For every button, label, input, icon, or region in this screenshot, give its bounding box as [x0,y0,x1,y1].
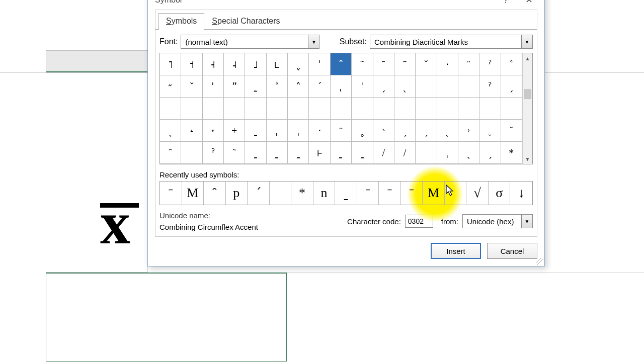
symbol-cell[interactable]: ˔ [181,120,202,142]
symbol-cell[interactable]: / [394,142,416,164]
symbol-cell[interactable]: ˆ [160,142,181,164]
symbol-cell[interactable]: ˒ [458,120,479,142]
symbol-cell[interactable]: ¨ [458,53,479,75]
symbol-cell[interactable]: ˌ [267,120,288,142]
scroll-thumb[interactable] [524,89,531,99]
symbol-cell[interactable] [245,98,266,120]
symbol-cell[interactable]: ˈ [309,53,330,75]
recent-symbol-cell[interactable]: M [423,182,445,205]
symbol-cell[interactable]: ˫ [309,142,330,164]
chevron-down-icon[interactable]: ▼ [521,35,532,48]
symbol-cell[interactable]: ˇ [416,53,437,75]
symbol-cell[interactable] [203,98,224,120]
symbol-cell[interactable] [437,75,458,98]
symbol-cell[interactable]: + [224,120,245,142]
char-code-input[interactable] [405,215,433,228]
symbol-cell[interactable] [416,142,437,164]
symbol-cell[interactable]: ˄ [288,75,309,98]
symbol-cell[interactable] [352,98,373,120]
symbol-cell[interactable]: ˍ [331,142,352,164]
symbol-cell[interactable]: ˌ [437,142,458,164]
symbol-cell[interactable]: ˀ [479,53,501,75]
symbol-cell[interactable]: ˮ [224,75,245,98]
symbol-cell[interactable]: ˈ [352,75,373,98]
recent-symbol-cell[interactable]: ˍ [335,182,357,205]
recent-symbol-cell[interactable]: n [313,182,336,205]
tab-symbols[interactable]: Symbols [158,13,204,30]
symbol-cell[interactable] [331,98,352,120]
chevron-down-icon[interactable]: ▼ [521,215,532,228]
symbol-cell[interactable]: ˏ [501,75,522,98]
symbol-cell[interactable]: ˪ [267,53,288,75]
symbol-cell[interactable] [437,98,458,120]
symbol-cell[interactable] [267,98,288,120]
recent-symbol-cell[interactable]: ↓ [510,182,532,205]
symbol-cell[interactable]: ˊ [309,75,330,98]
symbol-cell[interactable]: ˜ [352,53,373,75]
subset-combobox[interactable]: Combining Diacritical Marks ▼ [370,35,533,49]
symbol-cell[interactable]: * [501,142,522,164]
symbol-cell[interactable]: ˎ [437,120,458,142]
recent-symbol-cell[interactable]: ˉ [357,182,379,205]
recent-symbol-cell[interactable]: * [291,182,313,205]
symbol-cell[interactable]: ˉ [373,53,394,75]
symbol-cell[interactable]: / [373,142,394,164]
symbol-cell[interactable]: ˏ [394,120,416,142]
symbol-cell[interactable] [181,142,202,164]
symbol-cell[interactable]: ˥ [160,53,181,75]
recent-symbol-cell[interactable]: p [226,182,248,205]
symbol-cell[interactable]: ˍ [288,142,309,164]
symbol-cell[interactable]: ˌ [331,75,352,98]
symbol-cell[interactable]: · [437,53,458,75]
symbol-cell[interactable]: ˍ [352,142,373,164]
symbol-cell[interactable]: ˳ [352,120,373,142]
symbol-cell[interactable] [458,75,479,98]
symbol-cell[interactable]: ˩ [245,53,266,75]
recent-symbol-cell[interactable]: √ [466,182,489,205]
symbol-cell[interactable] [416,98,437,120]
symbol-cell[interactable]: ˷ [245,75,266,98]
recent-symbol-cell[interactable]: ˉ [401,182,423,205]
recent-symbol-cell[interactable] [270,182,292,205]
scroll-down-icon[interactable]: ▼ [523,154,532,164]
symbol-cell[interactable]: ˆ [331,53,352,75]
titlebar[interactable]: Symbol ? ✕ [148,0,544,10]
symbol-cell[interactable]: ˍ [267,142,288,164]
cancel-button[interactable]: Cancel [487,243,537,259]
font-combobox[interactable]: (normal text) ▼ [181,35,319,49]
recent-symbol-cell[interactable]: σ [489,182,511,205]
symbol-cell[interactable]: ˌ [288,120,309,142]
symbol-cell[interactable]: ˇ [501,120,522,142]
symbol-cell[interactable]: ˎ [458,142,479,164]
grid-scrollbar[interactable]: ▲ ▼ [522,53,532,164]
symbol-cell[interactable] [288,98,309,120]
symbol-cell[interactable]: ˚ [267,75,288,98]
symbol-cell[interactable] [479,98,501,120]
symbol-cell[interactable]: ˏ [373,75,394,98]
symbol-cell[interactable]: ˀ [479,75,501,98]
chevron-down-icon[interactable]: ▼ [308,35,319,48]
symbol-cell[interactable]: ˎ [160,120,181,142]
help-button[interactable]: ? [494,0,517,8]
symbol-cell[interactable]: ¨ [331,120,352,142]
recent-symbol-cell[interactable]: ˉ [160,182,182,205]
recent-symbol-cell[interactable]: ˆ [204,182,226,205]
symbol-cell[interactable] [416,75,437,98]
symbol-cell[interactable] [458,98,479,120]
symbol-cell[interactable]: ˜ [224,142,245,164]
symbol-cell[interactable]: ˇ [181,75,202,98]
symbol-cell[interactable] [160,98,181,120]
resize-grip-icon[interactable] [536,258,543,265]
tab-special-characters[interactable]: Special Characters [204,13,287,30]
recent-symbol-cell[interactable]: ˊ [248,182,270,205]
recent-symbol-cell[interactable]: ˉ [379,182,401,205]
symbol-cell[interactable]: ˦ [181,53,202,75]
symbol-cell[interactable]: ˍ [245,142,266,164]
symbol-cell[interactable]: ˀ [203,142,224,164]
symbol-cell[interactable]: ˯ [479,120,501,142]
symbol-cell[interactable] [394,98,416,120]
scroll-up-icon[interactable]: ▲ [523,53,532,63]
from-combobox[interactable]: Unicode (hex) ▼ [462,214,533,228]
insert-button[interactable]: Insert [431,243,481,259]
symbol-cell[interactable] [181,98,202,120]
